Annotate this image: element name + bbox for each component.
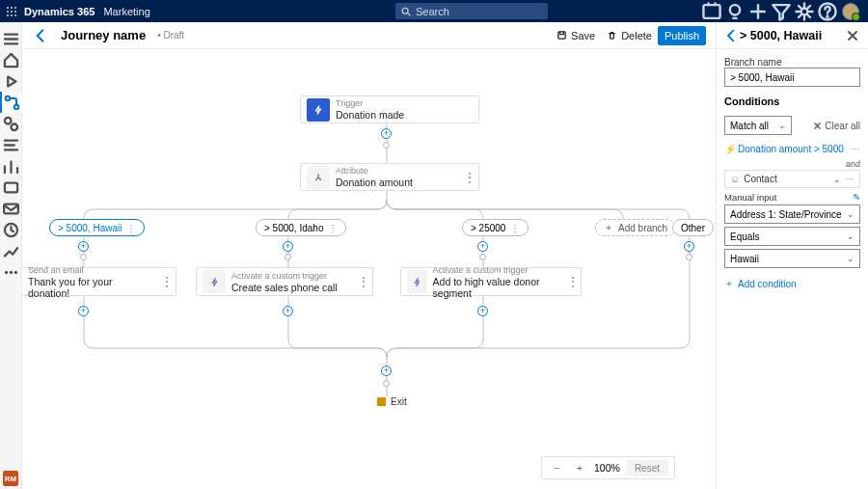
clear-all-button[interactable]: Clear all — [813, 121, 860, 131]
nav-home-icon[interactable] — [0, 49, 22, 70]
svg-point-8 — [14, 14, 16, 16]
idea-icon[interactable] — [723, 0, 746, 22]
nav-persona[interactable]: RM — [0, 468, 22, 489]
connector-dot — [80, 254, 87, 260]
condition-row-2[interactable]: ☺ Contact ⌄ ⋯ — [724, 170, 860, 188]
conditions-heading: Conditions — [724, 95, 860, 107]
back-button[interactable] — [32, 26, 51, 45]
connector-dot — [686, 254, 692, 260]
add-step-button[interactable]: + — [381, 128, 392, 139]
app-launcher-icon[interactable] — [0, 0, 22, 22]
panel-back-button[interactable] — [724, 28, 740, 43]
add-step-button[interactable]: + — [78, 241, 89, 252]
branch-name-input[interactable] — [724, 68, 860, 87]
publish-button[interactable]: Publish — [658, 26, 706, 45]
svg-point-24 — [9, 270, 12, 273]
add-step-button[interactable]: + — [477, 241, 488, 252]
zoom-reset-button[interactable]: Reset — [626, 460, 668, 476]
svg-point-2 — [14, 7, 16, 9]
email-node[interactable]: Send an emailThank you for your donation… — [22, 267, 176, 296]
svg-point-18 — [4, 117, 11, 123]
node-more-button[interactable]: ⋮ — [566, 274, 581, 289]
add-icon[interactable] — [746, 0, 770, 22]
branch-pill-1[interactable]: > 5000, Hawaii⋮ — [49, 219, 145, 236]
delete-button[interactable]: Delete — [601, 27, 658, 44]
nav-analytics-icon[interactable] — [0, 155, 22, 177]
branch-pill-2[interactable]: > 5000, Idaho⋮ — [256, 219, 346, 236]
pill-more-icon[interactable]: ⋮ — [510, 223, 520, 233]
nav-forms-icon[interactable] — [0, 134, 22, 155]
add-step-button[interactable]: + — [477, 306, 488, 316]
svg-point-0 — [7, 7, 9, 9]
condition-row-1[interactable]: ⚡ Donation amount > 5000 ⋯ — [724, 144, 860, 158]
settings-icon[interactable] — [793, 0, 816, 22]
svg-rect-11 — [703, 5, 719, 18]
svg-point-5 — [14, 11, 16, 13]
panel-close-button[interactable] — [845, 28, 860, 43]
svg-line-10 — [408, 13, 411, 15]
add-step-button[interactable]: + — [78, 306, 89, 316]
edit-icon[interactable]: ✎ — [853, 192, 860, 203]
zoom-toolbar: − + 100% Reset — [541, 456, 675, 479]
match-select[interactable]: Match all⌄ — [724, 116, 792, 135]
trigger-node[interactable]: TriggerDonation made — [300, 95, 479, 123]
journey-canvas[interactable]: TriggerDonation made + AttributeDonation… — [22, 49, 716, 489]
svg-point-3 — [7, 11, 9, 13]
contact-icon: ☺ — [730, 174, 740, 184]
nav-clock-icon[interactable] — [0, 219, 22, 240]
save-button[interactable]: Save — [551, 27, 601, 44]
attribute-node[interactable]: AttributeDonation amount ⋮ — [300, 163, 479, 191]
node-more-button[interactable]: ⋮ — [461, 170, 478, 185]
left-nav: RM — [0, 22, 22, 489]
zoom-in-button[interactable]: + — [571, 459, 588, 476]
global-search[interactable]: Search — [395, 3, 548, 19]
zoom-level: 100% — [594, 462, 620, 474]
svg-point-1 — [11, 7, 13, 9]
field-select[interactable]: Address 1: State/Province⌄ — [724, 204, 860, 224]
nav-more-icon[interactable] — [0, 261, 22, 283]
condition-more-icon[interactable]: ⋯ — [851, 144, 860, 154]
zoom-out-button[interactable]: − — [548, 459, 565, 476]
nav-play-icon[interactable] — [0, 70, 22, 92]
user-avatar[interactable] — [839, 0, 862, 22]
trigger-node-3[interactable]: Activate a custom triggerAdd to high val… — [400, 267, 582, 296]
nav-hamburger-icon[interactable] — [0, 28, 22, 49]
status-badge: Draft — [157, 30, 184, 41]
add-branch-button[interactable]: ＋Add branch — [595, 219, 676, 236]
help-icon[interactable] — [816, 0, 839, 22]
add-condition-button[interactable]: ＋Add condition — [724, 277, 860, 290]
nav-segments-icon[interactable] — [0, 113, 22, 134]
add-step-button[interactable]: + — [283, 306, 293, 316]
add-step-button[interactable]: + — [283, 241, 293, 252]
search-icon — [401, 7, 411, 16]
svg-point-19 — [11, 123, 17, 130]
nav-journeys-icon[interactable] — [0, 92, 22, 113]
node-more-button[interactable]: ⋮ — [355, 274, 372, 289]
search-placeholder: Search — [416, 6, 449, 17]
lightning-icon — [412, 277, 422, 287]
branch-icon — [312, 172, 324, 183]
connector-dot — [383, 380, 390, 387]
nav-mail-icon[interactable] — [0, 198, 22, 219]
nav-card-icon[interactable] — [0, 177, 22, 198]
assistant-icon[interactable] — [700, 0, 723, 22]
branch-pill-other[interactable]: Other — [672, 219, 714, 236]
condition-more-icon[interactable]: ⋯ — [845, 174, 854, 184]
connector-dot — [383, 142, 390, 149]
lightning-icon: ⚡ — [724, 144, 734, 154]
add-step-button[interactable]: + — [381, 366, 392, 376]
value-select[interactable]: Hawaii⌄ — [724, 249, 860, 268]
node-more-button[interactable]: ⋮ — [159, 274, 176, 289]
svg-point-15 — [827, 15, 827, 16]
branch-pill-3[interactable]: > 25000⋮ — [462, 219, 529, 236]
pill-more-icon[interactable]: ⋮ — [126, 223, 136, 233]
lightning-icon — [209, 277, 220, 287]
filter-icon[interactable] — [770, 0, 793, 22]
page-title: Journey name — [61, 28, 146, 42]
nav-insights-icon[interactable] — [0, 240, 22, 261]
add-step-button[interactable]: + — [684, 241, 694, 252]
pill-more-icon[interactable]: ⋮ — [328, 223, 338, 233]
operator-select[interactable]: Equals⌄ — [724, 227, 860, 246]
branch-name-label: Branch name — [724, 57, 860, 68]
trigger-node-2[interactable]: Activate a custom triggerCreate sales ph… — [196, 267, 373, 296]
